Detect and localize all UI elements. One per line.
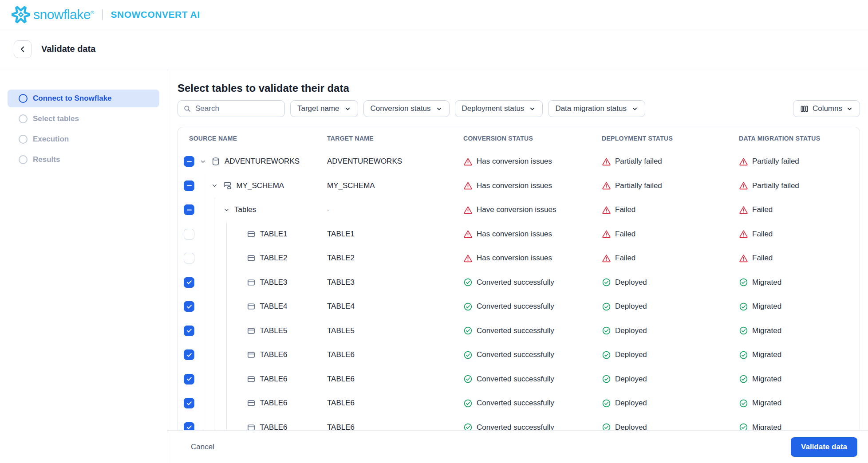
sidebar-step-results[interactable]: Results: [8, 151, 159, 169]
chevron-down-icon: [529, 106, 536, 112]
deployment-status-cell: Deployed: [602, 278, 739, 287]
deployment-status-cell: Deployed: [602, 302, 739, 311]
row-checkbox[interactable]: [184, 277, 194, 288]
row-checkbox[interactable]: [184, 156, 194, 167]
tree-indent: [199, 403, 235, 404]
data-migration-status-cell: Failed: [739, 254, 860, 263]
filter-dropdown-conversion-status[interactable]: Conversion status: [363, 100, 450, 117]
status-text: Has conversion issues: [477, 254, 552, 263]
table-header-row: SOURCE NAMETARGET NAMECONVERSION STATUSD…: [178, 127, 860, 149]
row-checkbox[interactable]: [184, 326, 194, 336]
filter-dropdown-deployment-status[interactable]: Deployment status: [455, 100, 543, 117]
table-row: Tables - Have conversion issues Failed F…: [178, 198, 860, 222]
status-text: Migrated: [752, 350, 781, 359]
columns-button[interactable]: Columns: [793, 100, 860, 117]
warning-icon: [739, 254, 748, 263]
table-row: TABLE3 TABLE3 Converted successfully Dep…: [178, 271, 860, 295]
status-text: Converted successfully: [477, 350, 554, 359]
warning-icon: [602, 181, 611, 190]
conversion-status-cell: Has conversion issues: [463, 229, 602, 239]
tree-guide-line: [203, 222, 203, 247]
page-body: Connect to Snowflake Select tables Execu…: [0, 69, 868, 463]
sidebar-step-execution[interactable]: Execution: [8, 130, 159, 148]
conversion-status-cell: Has conversion issues: [463, 254, 602, 263]
row-checkbox[interactable]: [184, 229, 194, 239]
source-name-cell: Tables: [178, 198, 327, 222]
cancel-button[interactable]: Cancel: [191, 443, 214, 451]
data-migration-status-cell: Migrated: [739, 399, 860, 408]
column-header-target-name: TARGET NAME: [327, 135, 463, 142]
warning-icon: [739, 205, 748, 215]
validate-data-button[interactable]: Validate data: [791, 437, 857, 457]
table-row: TABLE1 TABLE1 Has conversion issues Fail…: [178, 222, 860, 247]
schema-icon: [223, 181, 233, 191]
status-text: Have conversion issues: [477, 205, 556, 214]
success-icon: [463, 278, 473, 287]
row-checkbox[interactable]: [184, 253, 194, 263]
target-name-cell: TABLE6: [327, 350, 463, 359]
status-text: Failed: [752, 230, 773, 239]
target-name-cell: MY_SCHEMA: [327, 181, 463, 190]
row-checkbox[interactable]: [184, 349, 194, 360]
step-label: Execution: [33, 135, 69, 144]
tree-indent: [199, 330, 235, 331]
data-migration-status-cell: Migrated: [739, 350, 860, 360]
table-row: ADVENTUREWORKS ADVENTUREWORKS Has conver…: [178, 149, 860, 174]
sidebar-step-select-tables[interactable]: Select tables: [8, 110, 159, 128]
source-name-cell: TABLE3: [178, 271, 327, 295]
tree-indent: [199, 258, 235, 259]
search-box[interactable]: [178, 100, 285, 117]
tree-guide-line: [203, 271, 203, 295]
row-checkbox[interactable]: [184, 301, 194, 312]
deployment-status-cell: Deployed: [602, 350, 739, 360]
table-icon: [246, 302, 256, 311]
data-migration-status-cell: Failed: [739, 229, 860, 239]
chevron-down-icon: [211, 182, 218, 189]
conversion-status-cell: Converted successfully: [463, 302, 602, 311]
status-text: Has conversion issues: [477, 181, 552, 190]
source-name-label: TABLE3: [260, 278, 288, 287]
step-circle-icon: [19, 94, 28, 103]
check-icon: [186, 376, 193, 382]
check-icon: [186, 400, 193, 407]
source-name-label: TABLE2: [260, 254, 288, 263]
source-name-cell: TABLE2: [178, 246, 327, 271]
tree-guide-line: [215, 319, 215, 343]
warning-icon: [463, 229, 473, 239]
deployment-status-cell: Deployed: [602, 326, 739, 335]
row-checkbox[interactable]: [184, 204, 194, 215]
filter-dropdown-target-name[interactable]: Target name: [290, 100, 358, 117]
step-circle-icon: [19, 135, 28, 144]
deployment-status-cell: Partially failed: [602, 157, 739, 166]
tree-guide-line: [226, 367, 227, 392]
source-name-label: TABLE6: [260, 350, 288, 359]
filter-dropdown-data-migration-status[interactable]: Data migration status: [548, 100, 645, 117]
status-text: Has conversion issues: [477, 157, 552, 166]
data-migration-status-cell: Migrated: [739, 278, 860, 287]
table-icon: [246, 350, 256, 360]
search-icon: [183, 105, 191, 113]
table-row: TABLE6 TABLE6 Converted successfully Dep…: [178, 367, 860, 392]
deployment-status-cell: Partially failed: [602, 181, 739, 190]
conversion-status-cell: Converted successfully: [463, 350, 602, 360]
target-name-cell: TABLE3: [327, 278, 463, 287]
success-icon: [602, 374, 611, 384]
column-header-deployment-status: DEPLOYMENT STATUS: [602, 135, 739, 142]
tree-indent: [199, 234, 235, 234]
warning-icon: [602, 229, 611, 239]
row-checkbox[interactable]: [184, 374, 194, 385]
search-input[interactable]: [195, 104, 279, 113]
tree-indent: [199, 306, 235, 307]
filter-label: Data migration status: [555, 104, 627, 113]
sidebar-step-connect-to-snowflake[interactable]: Connect to Snowflake: [8, 90, 159, 107]
status-text: Failed: [615, 230, 635, 239]
warning-icon: [602, 205, 611, 215]
chevron-down-icon: [223, 207, 230, 213]
back-button[interactable]: [14, 40, 32, 58]
row-checkbox[interactable]: [184, 398, 194, 408]
success-icon: [739, 399, 748, 408]
product-wordmark: SNOWCONVERT AI: [111, 9, 200, 20]
row-checkbox[interactable]: [184, 180, 194, 191]
status-text: Deployed: [615, 375, 647, 384]
table-row: TABLE6 TABLE6 Converted successfully Dep…: [178, 391, 860, 416]
